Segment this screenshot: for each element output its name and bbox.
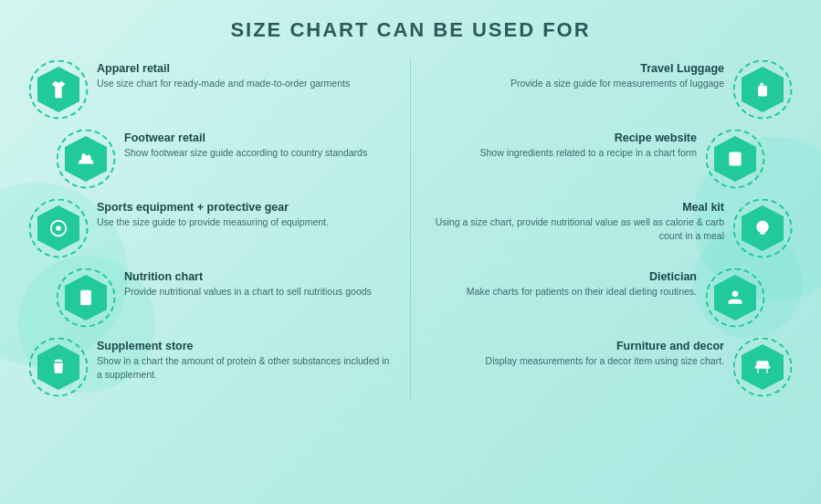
luggage-title: Travel Luggage <box>510 62 724 75</box>
meal-hex <box>738 204 787 253</box>
list-item: Meal kit Using a size chart, provide nut… <box>425 197 794 259</box>
luggage-icon <box>753 80 772 99</box>
luggage-text: Travel Luggage Provide a size guide for … <box>510 58 724 90</box>
shirt-icon <box>48 79 68 100</box>
meal-icon-wrapper <box>732 197 794 259</box>
list-item: Sports equipment + protective gear Use t… <box>27 197 396 259</box>
svg-rect-23 <box>755 365 771 368</box>
page-container: SIZE CHART CAN BE USED FOR <box>0 0 821 416</box>
furniture-icon <box>753 358 772 376</box>
dietician-desc: Make charts for patients on their ideal … <box>467 285 697 299</box>
luggage-icon-wrapper <box>732 58 794 121</box>
list-item: Travel Luggage Provide a size guide for … <box>425 58 794 121</box>
dietician-icon-wrapper <box>704 267 766 329</box>
furniture-desc: Display measurements for a decor item us… <box>486 354 724 368</box>
furniture-title: Furniture and decor <box>486 340 724 352</box>
furniture-hex <box>738 342 787 392</box>
nutrition-title: Nutrition chart <box>124 270 372 283</box>
meal-text: Meal kit Using a size chart, provide nut… <box>425 197 724 242</box>
luggage-desc: Provide a size guide for measurements of… <box>510 77 724 90</box>
meal-title: Meal kit <box>425 201 724 214</box>
meal-icon <box>753 219 772 237</box>
shoe-icon <box>76 149 96 169</box>
nutrition-icon <box>77 289 95 307</box>
sports-desc: Use the size guide to provide measuring … <box>97 215 329 229</box>
column-separator <box>410 58 411 398</box>
furniture-text: Furniture and decor Display measurements… <box>486 336 724 368</box>
apparel-retail-desc: Use size chart for ready-made and made-t… <box>97 77 350 90</box>
footwear-retail-desc: Show footwear size guide according to co… <box>124 146 367 160</box>
list-item: Furniture and decor Display measurements… <box>425 336 794 398</box>
footwear-retail-icon-wrapper <box>55 128 117 190</box>
dietician-title: Dietician <box>467 270 697 283</box>
luggage-hex <box>738 65 787 114</box>
nutrition-icon-wrapper <box>55 267 117 329</box>
list-item: Recipe website Show ingredients related … <box>425 128 794 190</box>
supplement-icon-wrapper <box>27 336 89 398</box>
dietician-hex <box>710 273 760 322</box>
footwear-retail-title: Footwear retail <box>124 131 367 144</box>
footwear-retail-text: Footwear retail Show footwear size guide… <box>124 128 367 160</box>
page-title: SIZE CHART CAN BE USED FOR <box>27 18 794 42</box>
list-item: Supplement store Show in a chart the amo… <box>27 336 396 398</box>
sports-icon <box>48 218 68 238</box>
recipe-text: Recipe website Show ingredients related … <box>479 128 697 160</box>
supplement-text: Supplement store Show in a chart the amo… <box>97 336 396 381</box>
dietician-text: Dietician Make charts for patients on th… <box>467 267 697 299</box>
svg-rect-5 <box>80 290 91 306</box>
sports-text: Sports equipment + protective gear Use t… <box>97 197 329 229</box>
apparel-retail-text: Apparel retail Use size chart for ready-… <box>97 58 350 90</box>
recipe-desc: Show ingredients related to a recipe in … <box>479 146 697 160</box>
list-item: Footwear retail Show footwear size guide… <box>27 128 396 190</box>
sports-hex <box>34 204 83 253</box>
list-item: Dietician Make charts for patients on th… <box>425 267 794 329</box>
recipe-hex <box>710 134 760 184</box>
apparel-retail-hex <box>34 65 83 114</box>
right-column: Travel Luggage Provide a size guide for … <box>425 58 794 398</box>
supplement-title: Supplement store <box>97 340 396 352</box>
list-item: Apparel retail Use size chart for ready-… <box>27 58 396 121</box>
apparel-retail-icon-wrapper <box>27 58 89 121</box>
footwear-retail-hex <box>61 134 111 184</box>
left-column: Apparel retail Use size chart for ready-… <box>27 58 396 398</box>
meal-desc: Using a size chart, provide nutritional … <box>425 215 724 242</box>
sports-icon-wrapper <box>27 197 89 259</box>
content-grid: Apparel retail Use size chart for ready-… <box>27 58 794 398</box>
sports-title: Sports equipment + protective gear <box>97 201 329 214</box>
recipe-icon-wrapper <box>704 128 766 190</box>
nutrition-desc: Provide nutritional values in a chart to… <box>124 285 372 299</box>
supplement-icon <box>49 358 68 376</box>
dietician-icon <box>726 289 744 307</box>
nutrition-text: Nutrition chart Provide nutritional valu… <box>124 267 372 299</box>
nutrition-hex <box>61 273 111 322</box>
recipe-title: Recipe website <box>479 131 697 144</box>
list-item: Nutrition chart Provide nutritional valu… <box>27 267 396 329</box>
apparel-retail-title: Apparel retail <box>97 62 350 75</box>
furniture-icon-wrapper <box>732 336 794 398</box>
supplement-hex <box>34 342 83 392</box>
svg-point-21 <box>732 291 739 298</box>
recipe-icon <box>726 150 744 168</box>
supplement-desc: Show in a chart the amount of protein & … <box>97 354 396 381</box>
